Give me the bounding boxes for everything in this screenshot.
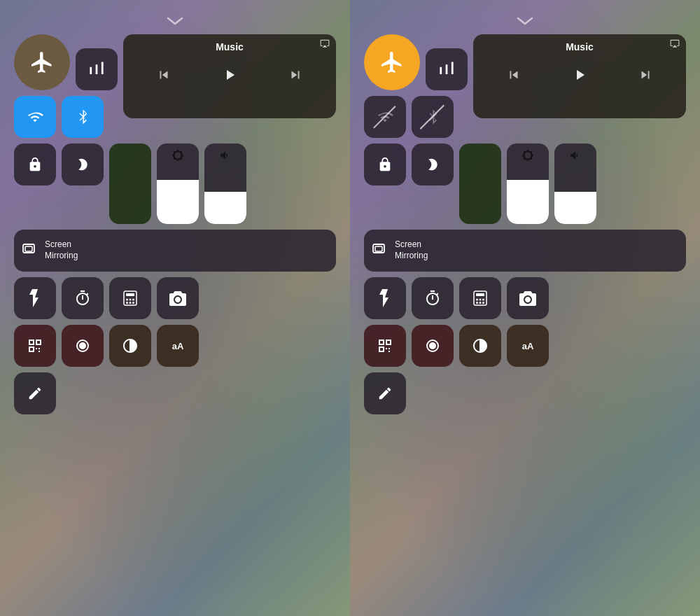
svg-point-8 <box>130 302 132 304</box>
next-button-left[interactable] <box>288 67 303 83</box>
screen-mirroring-button-right[interactable]: ScreenMirroring <box>364 230 686 272</box>
svg-rect-13 <box>375 246 382 251</box>
cellular-button-right[interactable] <box>426 48 468 90</box>
chevron-left[interactable] <box>14 14 336 29</box>
invert-colors-button-right[interactable] <box>459 325 501 367</box>
text-size-label-left: aA <box>172 341 184 351</box>
middle-row-left <box>14 144 336 224</box>
wifi-button-left[interactable] <box>14 96 56 138</box>
bluetooth-button-right[interactable] <box>412 96 454 138</box>
svg-point-9 <box>132 302 134 304</box>
brightness-fill-left <box>157 180 199 224</box>
music-block-left: Music <box>123 34 336 118</box>
panel-right: Music <box>350 0 700 616</box>
do-not-disturb-button-left[interactable] <box>62 144 104 186</box>
app-row2-left: aA <box>14 325 336 367</box>
svg-point-18 <box>482 299 484 301</box>
text-size-button-right[interactable]: aA <box>507 325 549 367</box>
do-not-disturb-button-right[interactable] <box>412 144 454 186</box>
svg-point-16 <box>476 299 478 301</box>
svg-point-23 <box>429 342 436 349</box>
brightness-slider-right[interactable] <box>507 144 549 224</box>
airplay-icon-left[interactable] <box>319 38 330 50</box>
svg-rect-3 <box>126 293 134 296</box>
screen-mirroring-label-left: ScreenMirroring <box>45 239 78 261</box>
cellular-button-left[interactable] <box>76 48 118 90</box>
music-title-right: Music <box>482 41 678 52</box>
panel-left: Music <box>0 0 350 616</box>
app-row2-right: aA <box>364 325 686 367</box>
screen-record-button-right[interactable] <box>412 325 454 367</box>
music-controls-right <box>482 66 678 83</box>
connectivity-block-right <box>364 34 468 138</box>
airplay-icon-right[interactable] <box>669 38 680 50</box>
play-button-right[interactable] <box>571 66 588 83</box>
brightness-icon-right <box>522 149 534 164</box>
qr-scanner-button-left[interactable] <box>14 325 56 367</box>
chevron-right[interactable] <box>364 14 686 29</box>
brightness-slider-left[interactable] <box>157 144 199 224</box>
invert-colors-button-left[interactable] <box>109 325 151 367</box>
connectivity-top-left <box>14 34 118 90</box>
svg-point-17 <box>479 299 482 301</box>
screen-mirroring-button-left[interactable]: ScreenMirroring <box>14 230 336 272</box>
svg-point-5 <box>130 299 132 301</box>
calculator-button-left[interactable] <box>109 277 151 319</box>
screen-record-button-left[interactable] <box>62 325 104 367</box>
svg-point-11 <box>79 342 86 349</box>
rotation-lock-button-left[interactable] <box>14 144 56 186</box>
svg-point-4 <box>126 299 128 301</box>
volume-slider-left[interactable] <box>204 144 246 224</box>
screen-mirroring-label-right: ScreenMirroring <box>395 239 428 261</box>
flashlight-button-right[interactable] <box>364 277 406 319</box>
mirror-row-right: ScreenMirroring <box>364 230 686 272</box>
brightness-icon-left <box>172 149 184 164</box>
mirror-row-left: ScreenMirroring <box>14 230 336 272</box>
text-size-button-left[interactable]: aA <box>157 325 199 367</box>
play-button-left[interactable] <box>221 66 238 83</box>
airplane-mode-button-left[interactable] <box>14 34 70 90</box>
svg-point-6 <box>132 299 134 301</box>
camera-button-left[interactable] <box>157 277 199 319</box>
timer-button-right[interactable] <box>412 277 454 319</box>
control-center-left: Music <box>14 14 336 602</box>
wifi-button-right[interactable] <box>364 96 406 138</box>
last-row-left <box>14 372 336 414</box>
notes-button-right[interactable] <box>364 372 406 414</box>
connectivity-bottom-left <box>14 96 118 138</box>
rotation-lock-button-right[interactable] <box>364 144 406 186</box>
top-row-right: Music <box>364 34 686 138</box>
svg-point-7 <box>126 302 128 304</box>
extra-block-right <box>459 144 501 224</box>
airplane-mode-button-right[interactable] <box>364 34 420 90</box>
svg-rect-1 <box>25 246 32 251</box>
brightness-fill-right <box>507 180 549 224</box>
text-size-label-right: aA <box>522 341 534 351</box>
svg-point-20 <box>479 302 482 304</box>
music-title-left: Music <box>132 41 328 52</box>
volume-fill-right <box>554 192 596 224</box>
svg-point-21 <box>482 302 484 304</box>
bluetooth-button-left[interactable] <box>62 96 104 138</box>
volume-fill-left <box>204 192 246 224</box>
flashlight-button-left[interactable] <box>14 277 56 319</box>
music-block-right: Music <box>473 34 686 118</box>
volume-slider-right[interactable] <box>554 144 596 224</box>
last-row-right <box>364 372 686 414</box>
svg-point-19 <box>476 302 478 304</box>
notes-button-left[interactable] <box>14 372 56 414</box>
calculator-button-right[interactable] <box>459 277 501 319</box>
qr-scanner-button-right[interactable] <box>364 325 406 367</box>
top-row-left: Music <box>14 34 336 138</box>
music-controls-left <box>132 66 328 83</box>
camera-button-right[interactable] <box>507 277 549 319</box>
svg-rect-15 <box>476 293 484 296</box>
next-button-right[interactable] <box>638 67 653 83</box>
connectivity-block-left <box>14 34 118 138</box>
control-center-right: Music <box>364 14 686 602</box>
timer-button-left[interactable] <box>62 277 104 319</box>
prev-button-left[interactable] <box>156 67 172 83</box>
extra-block-left <box>109 144 151 224</box>
connectivity-bottom-right <box>364 96 468 138</box>
prev-button-right[interactable] <box>506 67 522 83</box>
